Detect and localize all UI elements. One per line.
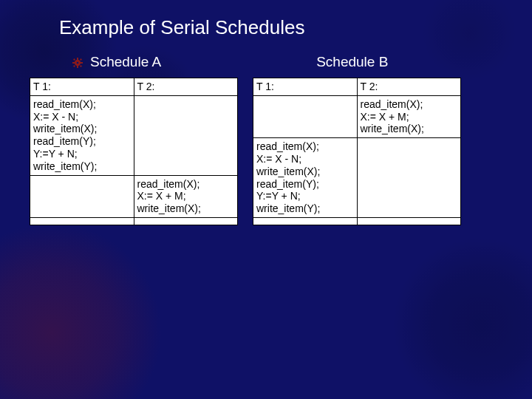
slide-title: Example of Serial Schedules <box>59 16 488 39</box>
t2-body: read_item(X); X:= X + M; write_item(X); <box>137 178 235 215</box>
schedule-b-table: T 1: T 2: read_item(X); X:= X + M; write… <box>253 78 461 225</box>
table-row: read_item(X); X:= X - N; write_item(X); … <box>30 95 238 175</box>
schedule-b-heading: Schedule B <box>316 54 388 70</box>
table-row: T 1: T 2: <box>30 78 238 96</box>
gear-bullet-icon <box>72 58 81 66</box>
schedule-a-label: Schedule A <box>90 54 161 70</box>
table-row: T 1: T 2: <box>253 78 461 96</box>
empty-cell <box>30 217 134 225</box>
t2-header: T 2: <box>134 78 238 96</box>
svg-rect-3 <box>72 62 75 64</box>
slide: Example of Serial Schedules <box>0 0 532 399</box>
t1-header: T 1: <box>30 78 134 96</box>
schedule-a-table: T 1: T 2: read_item(X); X:= X - N; write… <box>30 78 238 225</box>
empty-cell <box>30 175 134 217</box>
t1-body: read_item(X); X:= X - N; write_item(X); … <box>33 98 131 173</box>
svg-rect-8 <box>80 65 82 67</box>
svg-rect-4 <box>81 62 83 64</box>
schedule-a-heading: Schedule A <box>72 54 161 70</box>
empty-cell <box>253 217 358 225</box>
table-row <box>253 217 461 225</box>
schedule-b-label: Schedule B <box>316 54 388 69</box>
table-row: read_item(X); X:= X + M; write_item(X); <box>253 95 461 137</box>
svg-rect-6 <box>80 58 82 61</box>
empty-cell <box>134 217 238 225</box>
svg-rect-2 <box>77 66 78 68</box>
svg-rect-1 <box>77 58 78 60</box>
table-row: read_item(X); X:= X - N; write_item(X); … <box>253 138 461 218</box>
t1-header: T 1: <box>253 78 358 96</box>
svg-point-9 <box>77 62 79 64</box>
subtitle-row: Schedule A Schedule B <box>72 54 488 70</box>
t1-body: read_item(X); X:= X - N; write_item(X); … <box>256 140 354 215</box>
empty-cell <box>134 95 238 175</box>
tables-row: T 1: T 2: read_item(X); X:= X - N; write… <box>30 78 488 225</box>
table-row <box>30 217 238 225</box>
t2-body: read_item(X); X:= X + M; write_item(X); <box>361 98 458 135</box>
t2-header: T 2: <box>357 78 461 96</box>
svg-rect-5 <box>73 58 75 61</box>
empty-cell <box>357 217 461 225</box>
empty-cell <box>253 95 358 137</box>
table-row: read_item(X); X:= X + M; write_item(X); <box>30 175 238 217</box>
empty-cell <box>357 138 461 218</box>
svg-rect-7 <box>73 65 75 67</box>
